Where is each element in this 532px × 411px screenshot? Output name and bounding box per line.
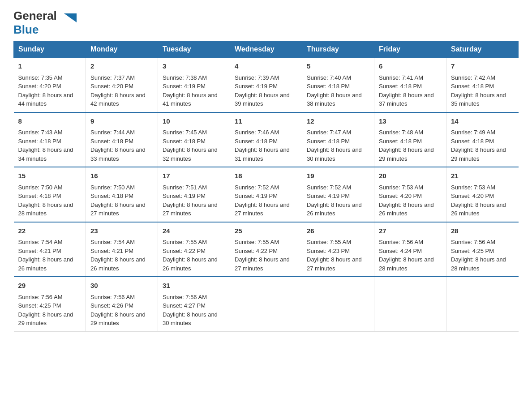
day-daylight: Daylight: 8 hours and 31 minutes (235, 146, 290, 162)
day-sunset: Sunset: 4:18 PM (18, 138, 61, 145)
day-cell: 26Sunrise: 7:55 AMSunset: 4:23 PMDayligh… (302, 222, 374, 277)
day-cell: 13Sunrise: 7:48 AMSunset: 4:18 PMDayligh… (374, 112, 446, 167)
day-number: 11 (235, 116, 297, 127)
day-daylight: Daylight: 8 hours and 27 minutes (235, 201, 290, 217)
week-row-3: 15Sunrise: 7:50 AMSunset: 4:18 PMDayligh… (14, 167, 519, 222)
day-sunrise: Sunrise: 7:43 AM (18, 129, 63, 136)
day-sunrise: Sunrise: 7:50 AM (18, 184, 63, 191)
day-daylight: Daylight: 8 hours and 44 minutes (18, 92, 73, 107)
day-sunrise: Sunrise: 7:55 AM (163, 239, 207, 245)
day-cell: 21Sunrise: 7:53 AMSunset: 4:20 PMDayligh… (446, 167, 519, 222)
day-daylight: Daylight: 8 hours and 28 minutes (18, 201, 73, 217)
day-cell: 28Sunrise: 7:56 AMSunset: 4:25 PMDayligh… (446, 222, 519, 277)
day-sunset: Sunset: 4:18 PM (18, 193, 61, 199)
day-sunrise: Sunrise: 7:42 AM (451, 74, 495, 81)
day-sunset: Sunset: 4:18 PM (90, 138, 133, 145)
day-daylight: Daylight: 8 hours and 26 minutes (18, 256, 73, 272)
day-daylight: Daylight: 8 hours and 33 minutes (90, 146, 146, 162)
day-daylight: Daylight: 8 hours and 29 minutes (90, 311, 146, 327)
day-daylight: Daylight: 8 hours and 35 minutes (451, 92, 506, 107)
day-sunrise: Sunrise: 7:52 AM (235, 184, 279, 191)
day-cell: 4Sunrise: 7:39 AMSunset: 4:19 PMDaylight… (230, 57, 302, 112)
day-daylight: Daylight: 8 hours and 27 minutes (163, 201, 218, 217)
day-daylight: Daylight: 8 hours and 38 minutes (307, 92, 362, 107)
day-sunrise: Sunrise: 7:53 AM (451, 184, 495, 191)
day-sunset: Sunset: 4:22 PM (163, 248, 206, 254)
day-sunrise: Sunrise: 7:56 AM (90, 294, 135, 300)
day-cell: 3Sunrise: 7:38 AMSunset: 4:19 PMDaylight… (158, 57, 230, 112)
day-sunset: Sunset: 4:27 PM (163, 302, 206, 309)
day-number: 14 (451, 116, 514, 127)
day-cell: 2Sunrise: 7:37 AMSunset: 4:20 PMDaylight… (86, 57, 158, 112)
day-number: 30 (90, 281, 153, 291)
weekday-header-row: SundayMondayTuesdayWednesdayThursdayFrid… (14, 42, 519, 58)
day-sunset: Sunset: 4:20 PM (90, 83, 133, 90)
day-sunset: Sunset: 4:18 PM (163, 138, 206, 145)
day-cell: 12Sunrise: 7:47 AMSunset: 4:18 PMDayligh… (302, 112, 374, 167)
day-daylight: Daylight: 8 hours and 26 minutes (379, 201, 434, 217)
day-sunset: Sunset: 4:18 PM (90, 193, 133, 199)
day-cell: 8Sunrise: 7:43 AMSunset: 4:18 PMDaylight… (14, 112, 86, 167)
week-row-1: 1Sunrise: 7:35 AMSunset: 4:20 PMDaylight… (14, 57, 519, 112)
day-number: 18 (235, 171, 297, 181)
day-daylight: Daylight: 8 hours and 39 minutes (235, 92, 290, 107)
day-number: 17 (163, 171, 225, 181)
weekday-wednesday: Wednesday (230, 42, 302, 58)
day-cell: 18Sunrise: 7:52 AMSunset: 4:19 PMDayligh… (230, 167, 302, 222)
day-number: 2 (90, 61, 153, 72)
day-cell (302, 277, 374, 331)
day-sunrise: Sunrise: 7:41 AM (379, 74, 423, 81)
day-sunrise: Sunrise: 7:37 AM (90, 74, 135, 81)
day-cell: 23Sunrise: 7:54 AMSunset: 4:21 PMDayligh… (86, 222, 158, 277)
logo-general-text: General (13, 9, 77, 23)
day-number: 15 (18, 171, 82, 181)
logo: General Blue (13, 9, 77, 37)
weekday-sunday: Sunday (14, 42, 86, 58)
day-daylight: Daylight: 8 hours and 26 minutes (307, 201, 362, 217)
day-number: 16 (90, 171, 153, 181)
day-cell: 14Sunrise: 7:49 AMSunset: 4:18 PMDayligh… (446, 112, 519, 167)
day-daylight: Daylight: 8 hours and 41 minutes (163, 92, 218, 107)
day-cell: 30Sunrise: 7:56 AMSunset: 4:26 PMDayligh… (86, 277, 158, 331)
page-header: General Blue (13, 9, 519, 37)
week-row-2: 8Sunrise: 7:43 AMSunset: 4:18 PMDaylight… (14, 112, 519, 167)
day-cell: 9Sunrise: 7:44 AMSunset: 4:18 PMDaylight… (86, 112, 158, 167)
day-number: 31 (163, 281, 225, 291)
calendar-table: SundayMondayTuesdayWednesdayThursdayFrid… (13, 41, 519, 332)
day-sunset: Sunset: 4:21 PM (18, 248, 61, 254)
day-cell: 6Sunrise: 7:41 AMSunset: 4:18 PMDaylight… (374, 57, 446, 112)
day-cell: 19Sunrise: 7:52 AMSunset: 4:19 PMDayligh… (302, 167, 374, 222)
day-sunset: Sunset: 4:26 PM (90, 302, 133, 309)
day-number: 23 (90, 226, 153, 236)
day-daylight: Daylight: 8 hours and 29 minutes (451, 146, 506, 162)
day-sunset: Sunset: 4:20 PM (451, 193, 494, 199)
day-sunset: Sunset: 4:24 PM (379, 248, 422, 254)
week-row-5: 29Sunrise: 7:56 AMSunset: 4:25 PMDayligh… (14, 277, 519, 331)
day-cell: 1Sunrise: 7:35 AMSunset: 4:20 PMDaylight… (14, 57, 86, 112)
day-cell: 27Sunrise: 7:56 AMSunset: 4:24 PMDayligh… (374, 222, 446, 277)
day-sunset: Sunset: 4:19 PM (163, 193, 206, 199)
day-cell (374, 277, 446, 331)
weekday-tuesday: Tuesday (158, 42, 230, 58)
day-sunset: Sunset: 4:18 PM (235, 138, 278, 145)
day-number: 28 (451, 226, 514, 236)
day-cell: 31Sunrise: 7:56 AMSunset: 4:27 PMDayligh… (158, 277, 230, 331)
day-number: 5 (307, 61, 369, 72)
day-sunrise: Sunrise: 7:44 AM (90, 129, 135, 136)
day-cell (230, 277, 302, 331)
day-sunset: Sunset: 4:19 PM (235, 193, 278, 199)
day-cell: 11Sunrise: 7:46 AMSunset: 4:18 PMDayligh… (230, 112, 302, 167)
weekday-saturday: Saturday (446, 42, 519, 58)
day-daylight: Daylight: 8 hours and 26 minutes (90, 256, 146, 272)
day-daylight: Daylight: 8 hours and 29 minutes (379, 146, 434, 162)
day-sunrise: Sunrise: 7:54 AM (90, 239, 135, 245)
logo-blue-text: Blue (13, 23, 39, 37)
day-number: 21 (451, 171, 514, 181)
svg-marker-0 (64, 13, 77, 22)
day-sunrise: Sunrise: 7:39 AM (235, 74, 279, 81)
day-sunset: Sunset: 4:25 PM (18, 302, 61, 309)
day-cell: 22Sunrise: 7:54 AMSunset: 4:21 PMDayligh… (14, 222, 86, 277)
day-sunrise: Sunrise: 7:52 AM (307, 184, 351, 191)
day-cell (446, 277, 519, 331)
day-sunset: Sunset: 4:19 PM (163, 83, 206, 90)
